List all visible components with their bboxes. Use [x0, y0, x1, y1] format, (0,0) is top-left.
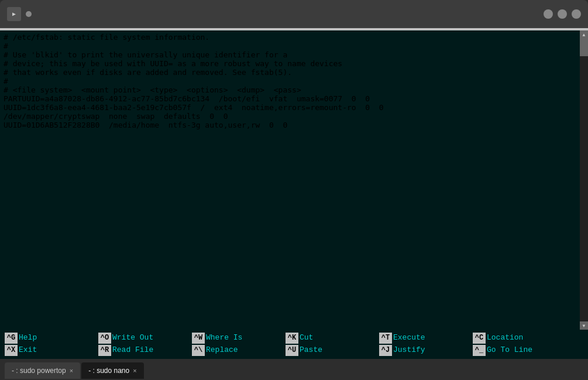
- shortcut-label-5-1: Go To Line: [487, 344, 532, 357]
- terminal-icon: ▶: [7, 7, 21, 21]
- shortcut-label-5-0: Location: [487, 332, 523, 344]
- scroll-up-arrow[interactable]: ▲: [580, 30, 588, 39]
- scroll-thumb[interactable]: [580, 39, 588, 56]
- shortcut-bar: ^GHelp^XExit^OWrite Out^RRead File^WWher…: [0, 330, 588, 359]
- shortcut-key-5-0: ^C: [473, 333, 486, 344]
- shortcut-group-0: ^GHelp^XExit: [5, 332, 92, 357]
- scroll-down-arrow[interactable]: ▼: [580, 321, 588, 330]
- shortcut-item-4-1[interactable]: ^JJustify: [379, 344, 467, 357]
- editor-content[interactable]: # /etc/fstab: static file system informa…: [0, 30, 580, 330]
- shortcut-group-4: ^TExecute^JJustify: [379, 332, 467, 357]
- tab-bar: - : sudo powertop×- : sudo nano×: [0, 359, 588, 380]
- tab-close-1[interactable]: ×: [133, 367, 136, 374]
- shortcut-label-0-0: Help: [19, 332, 37, 344]
- tab-label-0: - : sudo powertop: [12, 367, 66, 375]
- shortcut-item-1-1[interactable]: ^RRead File: [98, 344, 186, 357]
- shortcut-label-2-0: Where Is: [206, 332, 242, 344]
- shortcut-key-5-1: ^_: [473, 345, 486, 356]
- maximize-button[interactable]: [558, 9, 567, 19]
- shortcut-item-3-1[interactable]: ^UPaste: [286, 344, 373, 357]
- title-bar: ▶: [0, 0, 588, 28]
- window-controls: [544, 9, 581, 19]
- shortcut-item-3-0[interactable]: ^KCut: [286, 332, 373, 344]
- editor-text: # /etc/fstab: static file system informa…: [4, 33, 576, 129]
- shortcut-label-4-0: Execute: [393, 332, 425, 344]
- shortcut-label-2-1: Replace: [206, 344, 238, 357]
- shortcut-label-3-1: Paste: [300, 344, 322, 357]
- tab-close-0[interactable]: ×: [70, 367, 73, 374]
- close-button[interactable]: [572, 9, 581, 19]
- shortcut-key-3-0: ^K: [286, 333, 298, 344]
- shortcut-key-2-0: ^W: [192, 333, 205, 344]
- shortcut-item-5-1[interactable]: ^_Go To Line: [473, 344, 561, 357]
- scrollbar[interactable]: ▲ ▼: [580, 30, 588, 330]
- shortcut-item-2-0[interactable]: ^WWhere Is: [192, 332, 280, 344]
- tab-label-1: - : sudo nano: [88, 367, 129, 375]
- tab-0[interactable]: - : sudo powertop×: [5, 362, 80, 379]
- shortcut-label-0-1: Exit: [19, 344, 37, 357]
- shortcut-label-1-1: Read File: [112, 344, 153, 357]
- editor-wrapper: # /etc/fstab: static file system informa…: [0, 30, 588, 330]
- shortcut-key-4-0: ^T: [379, 333, 392, 344]
- shortcut-group-1: ^OWrite Out^RRead File: [98, 332, 186, 357]
- shortcut-key-4-1: ^J: [379, 345, 392, 356]
- shortcut-label-1-0: Write Out: [112, 332, 153, 344]
- shortcut-key-1-0: ^O: [98, 333, 111, 344]
- shortcut-item-4-0[interactable]: ^TExecute: [379, 332, 467, 344]
- shortcut-label-3-0: Cut: [300, 332, 313, 344]
- shortcut-group-3: ^KCut^UPaste: [286, 332, 373, 357]
- shortcut-group-5: ^CLocation^_Go To Line: [473, 332, 561, 357]
- shortcut-item-0-1[interactable]: ^XExit: [5, 344, 92, 357]
- shortcut-label-4-1: Justify: [393, 344, 425, 357]
- shortcut-item-1-0[interactable]: ^OWrite Out: [98, 332, 186, 344]
- tab-1[interactable]: - : sudo nano×: [81, 362, 144, 379]
- shortcut-key-2-1: ^\: [192, 345, 205, 356]
- minimize-button[interactable]: [544, 9, 553, 19]
- shortcut-item-2-1[interactable]: ^\Replace: [192, 344, 280, 357]
- title-dot: [26, 11, 32, 17]
- shortcut-item-0-0[interactable]: ^GHelp: [5, 332, 92, 344]
- scroll-track[interactable]: [580, 39, 588, 321]
- shortcut-item-5-0[interactable]: ^CLocation: [473, 332, 561, 344]
- shortcut-key-1-1: ^R: [98, 345, 111, 356]
- shortcut-key-0-0: ^G: [5, 333, 18, 344]
- shortcut-key-0-1: ^X: [5, 345, 18, 356]
- shortcut-key-3-1: ^U: [286, 345, 298, 356]
- title-bar-left: ▶: [7, 7, 32, 21]
- shortcut-group-2: ^WWhere Is^\Replace: [192, 332, 280, 357]
